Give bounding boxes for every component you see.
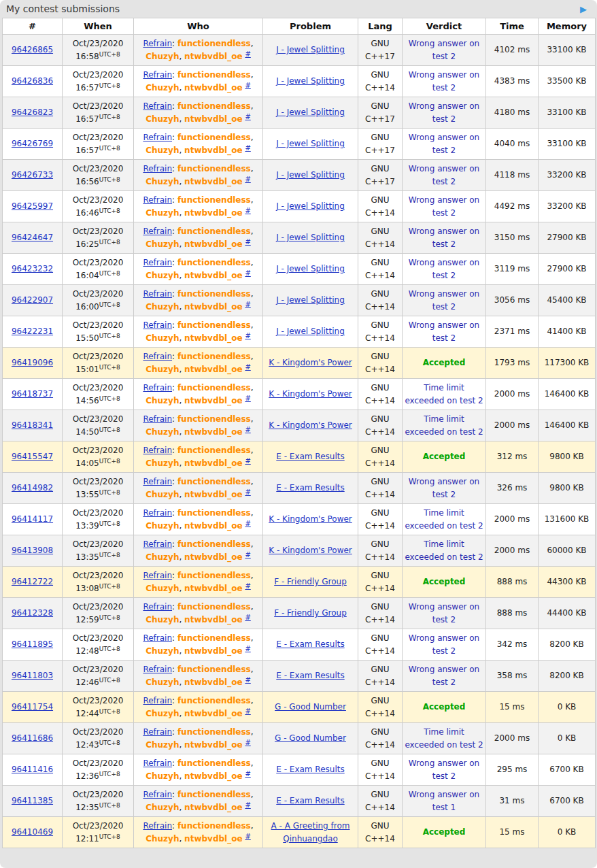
team-link[interactable]: Refrain: [143, 821, 172, 831]
team-link[interactable]: Refrain: [143, 258, 172, 267]
member-handle[interactable]: ntwbvdbl_oe: [184, 490, 242, 499]
member-handle[interactable]: ntwbvdbl_oe: [184, 396, 242, 405]
problem-link[interactable]: E - Exam Results: [276, 765, 344, 774]
submission-link[interactable]: 96418341: [12, 420, 53, 430]
member-handle[interactable]: Chuzyh: [146, 177, 179, 186]
member-handle[interactable]: ntwbvdbl_oe: [184, 552, 242, 562]
member-handle[interactable]: Chuzyh: [146, 396, 179, 405]
team-hash-link[interactable]: #: [245, 833, 250, 840]
member-handle[interactable]: ntwbvdbl_oe: [184, 239, 242, 249]
team-hash-link[interactable]: #: [245, 238, 250, 246]
team-link[interactable]: Refrain: [143, 70, 172, 80]
member-handle[interactable]: ntwbvdbl_oe: [184, 271, 242, 280]
team-hash-link[interactable]: #: [245, 520, 250, 527]
team-link[interactable]: Refrain: [143, 665, 172, 674]
member-handle[interactable]: Chuzyh: [146, 646, 179, 656]
member-handle[interactable]: functionendless: [177, 758, 251, 768]
member-handle[interactable]: functionendless: [177, 696, 251, 705]
problem-link[interactable]: F - Friendly Group: [274, 608, 347, 618]
submission-link[interactable]: 96413908: [12, 546, 53, 555]
member-handle[interactable]: ntwbvdbl_oe: [184, 834, 242, 844]
team-hash-link[interactable]: #: [245, 332, 250, 339]
member-handle[interactable]: ntwbvdbl_oe: [184, 803, 242, 812]
team-link[interactable]: Refrain: [143, 383, 172, 393]
team-hash-link[interactable]: #: [245, 582, 250, 590]
member-handle[interactable]: ntwbvdbl_oe: [184, 584, 242, 593]
member-handle[interactable]: functionendless: [177, 571, 251, 580]
team-link[interactable]: Refrain: [143, 414, 172, 424]
member-handle[interactable]: functionendless: [177, 602, 251, 612]
member-handle[interactable]: ntwbvdbl_oe: [184, 114, 242, 124]
team-link[interactable]: Refrain: [143, 790, 172, 799]
problem-link[interactable]: J - Jewel Splitting: [276, 327, 345, 336]
problem-link[interactable]: E - Exam Results: [276, 796, 344, 805]
member-handle[interactable]: functionendless: [177, 258, 251, 267]
submission-link[interactable]: 96425997: [12, 201, 53, 211]
team-link[interactable]: Refrain: [143, 571, 172, 580]
member-handle[interactable]: functionendless: [177, 539, 251, 549]
team-link[interactable]: Refrain: [143, 164, 172, 173]
submission-link[interactable]: 96426823: [12, 107, 53, 117]
problem-link[interactable]: F - Friendly Group: [274, 577, 347, 586]
problem-link[interactable]: K - Kingdom's Power: [269, 514, 352, 524]
submission-link[interactable]: 96414117: [12, 514, 53, 524]
team-link[interactable]: Refrain: [143, 101, 172, 111]
member-handle[interactable]: Chuzyh: [146, 584, 179, 593]
submission-link[interactable]: 96411416: [12, 765, 53, 774]
team-link[interactable]: Refrain: [143, 289, 172, 299]
submission-link[interactable]: 96424647: [12, 233, 53, 242]
team-hash-link[interactable]: #: [245, 207, 250, 214]
submission-link[interactable]: 96419096: [12, 358, 53, 367]
submission-link[interactable]: 96426733: [12, 170, 53, 180]
member-handle[interactable]: Chuzyh: [146, 146, 179, 155]
member-handle[interactable]: ntwbvdbl_oe: [184, 709, 242, 718]
team-hash-link[interactable]: #: [245, 50, 250, 58]
problem-link[interactable]: E - Exam Results: [276, 483, 344, 493]
team-hash-link[interactable]: #: [245, 645, 250, 652]
problem-link[interactable]: K - Kingdom's Power: [269, 546, 352, 555]
problem-link[interactable]: K - Kingdom's Power: [269, 420, 352, 430]
member-handle[interactable]: functionendless: [177, 101, 251, 111]
submission-link[interactable]: 96422231: [12, 327, 53, 336]
member-handle[interactable]: ntwbvdbl_oe: [184, 678, 242, 687]
member-handle[interactable]: Chuzyh: [146, 52, 179, 61]
problem-link[interactable]: J - Jewel Splitting: [276, 139, 345, 148]
problem-link[interactable]: J - Jewel Splitting: [276, 201, 345, 211]
member-handle[interactable]: Chuzyh: [146, 490, 179, 499]
team-link[interactable]: Refrain: [143, 758, 172, 768]
team-link[interactable]: Refrain: [143, 195, 172, 205]
member-handle[interactable]: Chuzyh: [146, 458, 179, 468]
submission-link[interactable]: 96418737: [12, 389, 53, 399]
problem-link[interactable]: J - Jewel Splitting: [276, 295, 345, 305]
member-handle[interactable]: functionendless: [177, 821, 251, 831]
member-handle[interactable]: Chuzyh: [146, 83, 179, 93]
team-hash-link[interactable]: #: [245, 707, 250, 715]
member-handle[interactable]: ntwbvdbl_oe: [184, 458, 242, 468]
problem-link[interactable]: J - Jewel Splitting: [276, 170, 345, 180]
team-hash-link[interactable]: #: [245, 269, 250, 277]
problem-link[interactable]: J - Jewel Splitting: [276, 107, 345, 117]
team-link[interactable]: Refrain: [143, 477, 172, 486]
problem-link[interactable]: E - Exam Results: [276, 452, 344, 461]
team-hash-link[interactable]: #: [245, 551, 250, 558]
member-handle[interactable]: Chuzyh: [146, 678, 179, 687]
team-link[interactable]: Refrain: [143, 39, 172, 48]
member-handle[interactable]: functionendless: [177, 508, 251, 518]
submission-link[interactable]: 96411803: [12, 671, 53, 680]
problem-link[interactable]: J - Jewel Splitting: [276, 76, 345, 86]
member-handle[interactable]: Chuzyh: [146, 302, 179, 312]
team-link[interactable]: Refrain: [143, 133, 172, 142]
team-hash-link[interactable]: #: [245, 426, 250, 433]
problem-link[interactable]: K - Kingdom's Power: [269, 358, 352, 367]
member-handle[interactable]: Chuzyh: [146, 615, 179, 624]
submission-link[interactable]: 96423232: [12, 264, 53, 273]
team-link[interactable]: Refrain: [143, 320, 172, 330]
member-handle[interactable]: functionendless: [177, 633, 251, 643]
submission-link[interactable]: 96426865: [12, 45, 53, 54]
member-handle[interactable]: Chuzyh: [146, 834, 179, 844]
team-link[interactable]: Refrain: [143, 633, 172, 643]
member-handle[interactable]: functionendless: [177, 289, 251, 299]
member-handle[interactable]: functionendless: [177, 446, 251, 455]
member-handle[interactable]: ntwbvdbl_oe: [184, 427, 242, 437]
submission-link[interactable]: 96411754: [12, 702, 53, 712]
